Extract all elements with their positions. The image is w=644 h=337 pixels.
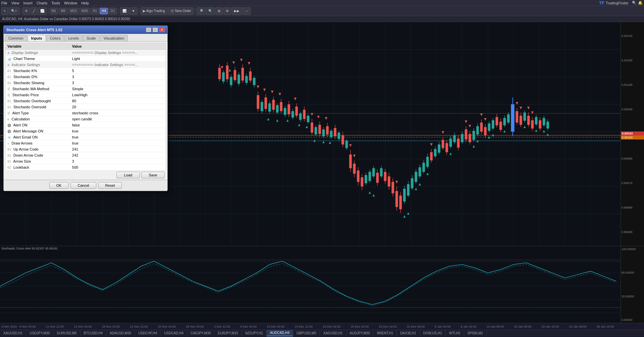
- table-row[interactable]: 01 Stochastic Overbought 80: [5, 98, 166, 104]
- table-row[interactable]: 📧 Alert Email ON true: [5, 134, 166, 140]
- tab-btcusd[interactable]: BTCUSD,H4: [80, 330, 107, 336]
- table-row[interactable]: 01 Up Arrow Code 241: [5, 146, 166, 152]
- menu-window[interactable]: Window: [64, 1, 77, 5]
- menu-charts[interactable]: Charts: [37, 1, 47, 5]
- tab-gbpusd[interactable]: GBPUSD,M5: [293, 330, 320, 336]
- table-row[interactable]: 01 Down Arrow Code 242: [5, 152, 166, 158]
- tab-audjpy[interactable]: AUDJPY,M30: [346, 330, 374, 336]
- algo-trading-button[interactable]: ▶ Algo Trading: [141, 7, 167, 15]
- reset-button[interactable]: Reset: [98, 182, 122, 189]
- tab-usdchf[interactable]: USDCHF,H4: [135, 330, 161, 336]
- row-value[interactable]: true: [70, 134, 166, 140]
- dialog-tab-visualization[interactable]: Visualization: [100, 35, 128, 41]
- stochastic-chart[interactable]: Stochastic Cross Alert 50.92337 45.99181: [0, 246, 644, 323]
- tf-m5[interactable]: M5: [59, 8, 68, 14]
- table-row[interactable]: 01 Stochastic Slowing 3: [5, 80, 166, 86]
- dialog-tab-levels[interactable]: Levels: [64, 35, 83, 41]
- scroll-button[interactable]: ▶▶: [232, 7, 242, 15]
- row-value[interactable]: 80: [70, 98, 166, 104]
- row-value[interactable]: stochastic cross: [70, 110, 166, 116]
- indicator-button[interactable]: 📈: [38, 7, 47, 15]
- save-button[interactable]: Save: [141, 172, 165, 178]
- table-row[interactable]: 🔘 Alert Message ON true: [5, 128, 166, 134]
- table-row[interactable]: ☰ Stochastic Price Low/High: [5, 92, 166, 98]
- tab-cadjpy[interactable]: CADJPY,M30: [187, 330, 214, 336]
- menu-view[interactable]: View: [11, 1, 19, 5]
- table-row[interactable]: ⚙ Display Settings ========== Display Se…: [5, 50, 166, 56]
- tf-h4[interactable]: H4: [100, 8, 108, 14]
- row-value[interactable]: 242: [70, 152, 166, 158]
- dialog-close-button[interactable]: ✕: [159, 27, 165, 32]
- chart-style-button[interactable]: ▼: [129, 7, 138, 15]
- table-row[interactable]: 01 Stochastic Oversold 20: [5, 104, 166, 110]
- tab-wti[interactable]: WTI,H1: [446, 330, 464, 336]
- table-row[interactable]: ↕ Draw Arrows true: [5, 140, 166, 146]
- menu-insert[interactable]: Insert: [23, 1, 33, 5]
- table-row[interactable]: ☰ Alert Type stochastic cross: [5, 110, 166, 116]
- dialog-maximize-button[interactable]: □: [153, 27, 158, 32]
- row-value[interactable]: 5: [70, 68, 166, 74]
- tab-audcad[interactable]: AUDCAD,H4: [267, 330, 293, 336]
- table-row[interactable]: 01 Stochastic K% 5: [5, 68, 166, 74]
- tab-xauusd[interactable]: XAUUSD,H1: [0, 330, 26, 336]
- new-chart-button[interactable]: +: [1, 7, 8, 15]
- auto-scroll-button[interactable]: ↔: [243, 7, 251, 15]
- table-row[interactable]: ⚙ Indicator Settings ========== Indicato…: [5, 62, 166, 68]
- table-row[interactable]: ☰ Stochastic MA Method Simple: [5, 86, 166, 92]
- tf-d1[interactable]: D1: [109, 8, 117, 14]
- tab-eurusd[interactable]: EURUSD,M5: [54, 330, 80, 336]
- tab-nzdjpy[interactable]: NZDJPY,H1: [242, 330, 267, 336]
- row-value[interactable]: 3: [70, 158, 166, 164]
- menu-tools[interactable]: Tools: [51, 1, 60, 5]
- tf-h1[interactable]: H1: [91, 8, 99, 14]
- row-value[interactable]: Simple: [70, 86, 166, 92]
- tf-m1[interactable]: M1: [50, 8, 58, 14]
- tab-xagusd[interactable]: XAGUSD,H1: [320, 330, 346, 336]
- tf-m30[interactable]: M30: [79, 8, 90, 14]
- dialog-tab-inputs[interactable]: Inputs: [28, 35, 46, 41]
- new-order-button[interactable]: 🛒 New Order: [168, 7, 194, 15]
- row-value[interactable]: Light: [70, 56, 166, 62]
- row-value[interactable]: 20: [70, 104, 166, 110]
- line-tool-button[interactable]: ╱: [31, 7, 37, 15]
- row-value[interactable]: 3: [70, 74, 166, 80]
- row-value[interactable]: Low/High: [70, 92, 166, 98]
- row-value[interactable]: open candle: [70, 116, 166, 122]
- table-row[interactable]: ⚙ Calculation open candle: [5, 116, 166, 122]
- table-row[interactable]: 📊 Chart Theme Light: [5, 56, 166, 62]
- dialog-tab-common[interactable]: Common: [5, 35, 27, 41]
- table-row[interactable]: 01 Lookback 500: [5, 164, 166, 170]
- tab-usdcad[interactable]: USDCAD,H4: [161, 330, 187, 336]
- chart-type-button[interactable]: 📊: [120, 7, 129, 15]
- cancel-button[interactable]: Cancel: [70, 182, 96, 189]
- dialog-tab-colors[interactable]: Colors: [46, 35, 64, 41]
- dialog-minimize-button[interactable]: ─: [146, 27, 151, 32]
- row-value[interactable]: 500: [70, 164, 166, 170]
- dialog-tab-scale[interactable]: Scale: [83, 35, 100, 41]
- menu-file[interactable]: File: [1, 1, 7, 5]
- tab-usdjpy[interactable]: USDJPY,M30: [26, 330, 53, 336]
- tab-sp500[interactable]: SP500,M1: [464, 330, 487, 336]
- row-value[interactable]: true: [70, 128, 166, 134]
- tf-m15[interactable]: M15: [68, 8, 79, 14]
- zoom-out-button[interactable]: 🔎: [197, 7, 205, 15]
- row-value[interactable]: false: [70, 122, 166, 128]
- zoom-in-button[interactable]: 🔍+: [9, 7, 19, 15]
- table-row[interactable]: 01 Arrow Size 3: [5, 158, 166, 164]
- row-value[interactable]: 3: [70, 80, 166, 86]
- grid-button[interactable]: ⊞: [215, 7, 223, 15]
- menu-help[interactable]: Help: [81, 1, 89, 5]
- tab-dax30[interactable]: DAX30,H1: [397, 330, 420, 336]
- load-button[interactable]: Load: [116, 172, 140, 178]
- search-icon[interactable]: 🔍: [632, 1, 637, 5]
- tab-dow[interactable]: DOW,US,H1: [420, 330, 446, 336]
- row-value[interactable]: 241: [70, 146, 166, 152]
- tab-eurjpy[interactable]: EURJPY,M15: [214, 330, 241, 336]
- settings-button[interactable]: ⚙: [223, 7, 231, 15]
- crosshair-button[interactable]: ✛: [22, 7, 30, 15]
- notification-icon[interactable]: 🔔: [638, 1, 643, 5]
- tab-brent[interactable]: BRENT,H1: [374, 330, 397, 336]
- zoom-in2-button[interactable]: 🔍: [206, 7, 215, 15]
- table-row[interactable]: 01 Stochastic D% 3: [5, 74, 166, 80]
- ok-button[interactable]: OK: [49, 182, 69, 189]
